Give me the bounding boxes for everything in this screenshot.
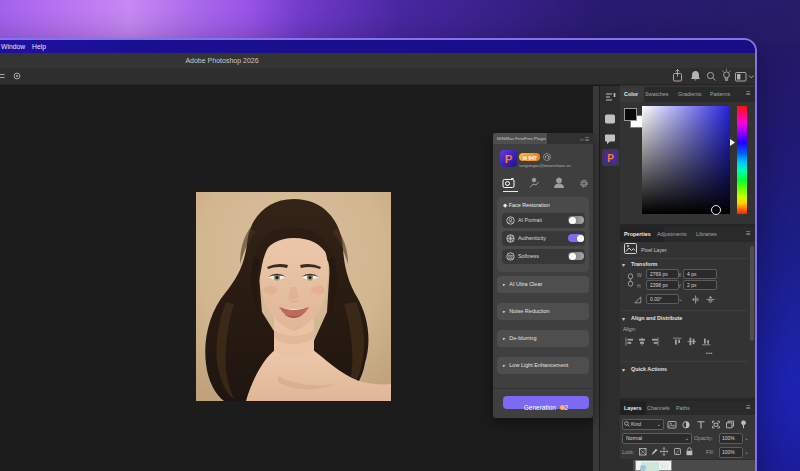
svg-text:P: P bbox=[505, 153, 513, 165]
svg-text:P: P bbox=[607, 153, 614, 164]
